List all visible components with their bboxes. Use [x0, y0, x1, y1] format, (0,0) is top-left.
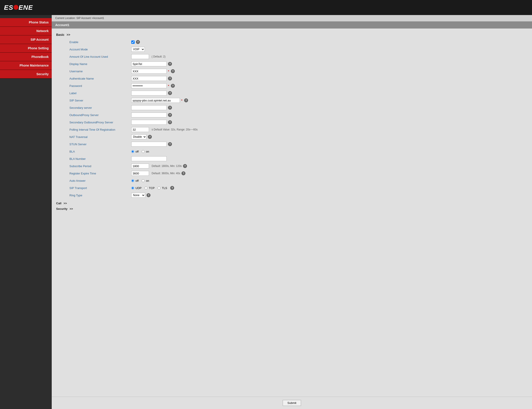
username-input[interactable] — [131, 69, 167, 74]
logo-text-part2: ENE — [18, 4, 33, 11]
security-section-header[interactable]: Security >> — [56, 207, 528, 211]
ring-type-select[interactable]: None Ring 1 Ring 2 Ring 3 — [131, 193, 145, 198]
sip-server-control: * ? — [131, 98, 188, 103]
sidebar-item-security[interactable]: Security — [0, 70, 52, 78]
polling-input[interactable] — [131, 127, 149, 132]
password-help-icon[interactable]: ? — [171, 84, 175, 88]
bla-off-radio[interactable] — [131, 150, 134, 153]
nat-traversal-help-icon[interactable]: ? — [148, 135, 152, 139]
display-name-row: Display Name ? — [69, 61, 528, 67]
label-control: ? — [131, 91, 172, 95]
sip-transport-udp-radio[interactable] — [131, 186, 134, 189]
auto-answer-off-radio[interactable] — [131, 179, 134, 182]
auth-name-help-icon[interactable]: ? — [168, 76, 172, 81]
outbound-proxy-control: ? — [131, 112, 172, 117]
stun-server-input[interactable] — [131, 142, 167, 147]
outbound-proxy-row: OutboundProxy Server ? — [69, 112, 528, 118]
sidebar-item-sip-account[interactable]: SIP Account — [0, 35, 52, 44]
display-name-help-icon[interactable]: ? — [168, 62, 172, 66]
basic-form: Enable ? Account Mode VOIP PSTN — [69, 39, 528, 198]
sidebar-item-phone-setting[interactable]: Phone Setting — [0, 44, 52, 53]
polling-control: s Default Value: 32s, Range: 20s~~60s — [131, 127, 198, 132]
password-control: * ? — [131, 83, 175, 88]
bla-number-row: BLA Number — [69, 156, 528, 162]
account-mode-row: Account Mode VOIP PSTN — [69, 46, 528, 52]
sip-transport-tcp-radio[interactable] — [145, 186, 147, 189]
bla-off-label[interactable]: off — [131, 150, 138, 153]
label-label: Label — [69, 92, 131, 95]
sip-transport-udp-label[interactable]: UDP — [131, 186, 141, 190]
username-help-icon[interactable]: ? — [171, 69, 175, 73]
secondary-outbound-label: Secondary OutboundProxy Server — [69, 121, 131, 124]
outbound-proxy-help-icon[interactable]: ? — [168, 113, 172, 117]
enable-help-icon[interactable]: ? — [136, 40, 140, 44]
label-help-icon[interactable]: ? — [168, 91, 172, 95]
sip-transport-tls-radio[interactable] — [158, 186, 160, 189]
outbound-proxy-label: OutboundProxy Server — [69, 113, 131, 117]
password-required: * — [168, 84, 169, 88]
sip-server-input[interactable] — [131, 98, 180, 103]
subscribe-period-input[interactable] — [131, 164, 149, 168]
nat-traversal-select[interactable]: Disable Enable — [131, 134, 147, 139]
sidebar-item-phonebook[interactable]: PhoneBook — [0, 53, 52, 61]
account-panel: Account1 Basic >> Enable ? — [52, 21, 532, 397]
subscribe-period-help-icon[interactable]: ? — [183, 164, 187, 168]
secondary-server-control: ? — [131, 105, 172, 110]
sip-transport-tcp-label[interactable]: TCP — [145, 186, 155, 190]
bla-number-input[interactable] — [131, 156, 167, 161]
account-mode-select[interactable]: VOIP PSTN — [131, 47, 145, 52]
bla-on-label[interactable]: on — [142, 150, 149, 153]
outbound-proxy-input[interactable] — [131, 112, 167, 117]
register-expire-row: Register Expire Time Default: 3600s, Min… — [69, 170, 528, 176]
amount-line-label: Amount Of Line Account Used — [69, 55, 131, 58]
password-input[interactable] — [131, 83, 167, 88]
amount-line-input[interactable]: 2 — [131, 54, 149, 59]
display-name-label: Display Name — [69, 62, 131, 66]
auth-name-input[interactable] — [131, 76, 167, 81]
stun-server-help-icon[interactable]: ? — [168, 142, 172, 146]
enable-checkbox[interactable] — [131, 40, 135, 44]
sidebar-item-network[interactable]: Network — [0, 27, 52, 35]
ring-type-row: Ring Type None Ring 1 Ring 2 Ring 3 ? — [69, 192, 528, 198]
auto-answer-label: Auto Answer — [69, 179, 131, 182]
auto-answer-on-radio[interactable] — [142, 179, 145, 182]
ring-type-help-icon[interactable]: ? — [147, 193, 150, 197]
secondary-server-help-icon[interactable]: ? — [168, 106, 172, 110]
basic-section-header[interactable]: Basic >> — [56, 33, 528, 37]
secondary-outbound-row: Secondary OutboundProxy Server ? — [69, 119, 528, 125]
bla-number-control — [131, 156, 167, 161]
display-name-input[interactable] — [131, 61, 167, 66]
account-title-bar: Account1 — [52, 21, 532, 28]
register-expire-input[interactable] — [131, 171, 149, 176]
register-expire-help-icon[interactable]: ? — [182, 171, 185, 175]
sip-server-label: SIP Server — [69, 99, 131, 102]
nat-traversal-label: NAT Traversal — [69, 135, 131, 139]
sip-server-required: * — [181, 99, 182, 102]
bla-on-radio[interactable] — [142, 150, 145, 153]
stun-server-control: ? — [131, 142, 172, 147]
label-input[interactable] — [131, 91, 167, 95]
call-section-header[interactable]: Call >> — [56, 202, 528, 205]
logo-circle-icon — [13, 5, 18, 10]
subscribe-period-control: Default: 1800s, Min: 120s ? — [131, 164, 187, 168]
sidebar-item-phone-status[interactable]: Phone Status — [0, 18, 52, 27]
stun-server-label: STUN Server — [69, 143, 131, 146]
sip-transport-control: UDP TCP TLS ? — [131, 186, 174, 190]
amount-line-control: 2 ( Default: 2) — [131, 54, 165, 59]
secondary-outbound-input[interactable] — [131, 120, 167, 125]
auto-answer-off-label[interactable]: off — [131, 179, 138, 182]
polling-row: Polling Interval Time Of Registration s … — [69, 127, 528, 132]
sip-server-help-icon[interactable]: ? — [184, 98, 188, 102]
sip-transport-help-icon[interactable]: ? — [170, 186, 174, 190]
sidebar-item-phone-maintenance[interactable]: Phone Maintenance — [0, 61, 52, 70]
header: ES ENE — [0, 0, 532, 15]
submit-button[interactable]: Submit — [283, 400, 301, 406]
secondary-server-input[interactable] — [131, 105, 167, 110]
auto-answer-on-label[interactable]: on — [142, 179, 149, 182]
secondary-outbound-help-icon[interactable]: ? — [168, 120, 172, 124]
sip-transport-row: SIP Transport UDP TCP — [69, 185, 528, 191]
main-layout: Phone Status Network SIP Account Phone S… — [0, 15, 532, 409]
sip-transport-tls-label[interactable]: TLS — [158, 186, 167, 190]
content-area: Current Location: SIP Account >Account1 … — [52, 15, 532, 409]
subscribe-period-label: Subscribe Period — [69, 165, 131, 168]
